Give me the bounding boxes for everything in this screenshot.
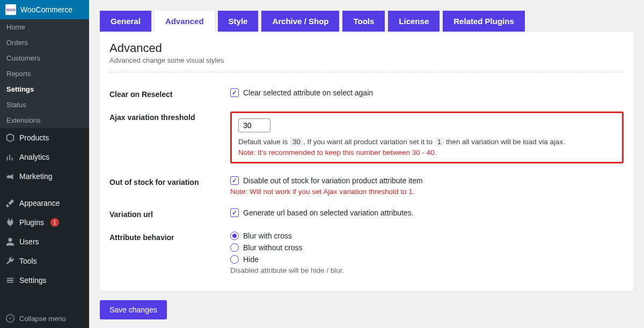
radio-blur-cross[interactable] (230, 232, 239, 240)
row-attribute-behavior: Attribute behavior Blur with cross Blur … (100, 225, 633, 281)
woocommerce-submenu: Home Orders Customers Reports Settings S… (0, 19, 89, 128)
save-button[interactable]: Save changes (100, 300, 167, 319)
collapse-menu[interactable]: Collapse menu (0, 309, 89, 328)
chart-icon (5, 152, 15, 162)
tab-style[interactable]: Style (218, 11, 259, 32)
highlight-box: Default value is 30, If you want all pro… (230, 111, 624, 163)
radio-blur-no-cross[interactable] (230, 243, 239, 252)
collapse-icon (5, 314, 15, 323)
row-out-of-stock: Out of stock for variation Disable out o… (100, 170, 633, 202)
divider (109, 72, 624, 72)
settings-tabs: General Advanced Style Archive / Shop To… (100, 11, 633, 32)
label-attribute-behavior: Attribute behavior (109, 232, 230, 274)
text-out-of-stock: Disable out of stock for variation produ… (243, 176, 423, 185)
note-out-of-stock: Note: Will not work if you set Ajax vari… (230, 188, 624, 196)
box-icon (5, 133, 15, 143)
admin-sidebar: woo WooCommerce Home Orders Customers Re… (0, 0, 89, 328)
woocommerce-icon: woo (5, 4, 16, 15)
submenu-settings[interactable]: Settings (0, 81, 89, 97)
note-ajax-threshold: Note: It's recommended to keep this numb… (238, 148, 616, 156)
tab-general[interactable]: General (100, 11, 151, 32)
nav-appearance[interactable]: Appearance (0, 193, 89, 213)
checkbox-clear-reselect[interactable] (230, 88, 239, 97)
nav-plugins[interactable]: Plugins1 (0, 213, 89, 232)
submenu-status[interactable]: Status (0, 97, 89, 113)
advanced-panel: Advanced Advanced change some visual sty… (100, 32, 633, 290)
nav-users[interactable]: Users (0, 232, 89, 251)
nav-marketing[interactable]: Marketing (0, 167, 89, 186)
megaphone-icon (5, 172, 15, 181)
radio-group-behavior: Blur with cross Blur without cross Hide (230, 232, 624, 264)
label-variation-url: Variation url (109, 208, 230, 219)
label-out-of-stock: Out of stock for variation (109, 176, 230, 196)
submenu-orders[interactable]: Orders (0, 35, 89, 50)
tab-advanced[interactable]: Advanced (155, 11, 215, 32)
submenu-home[interactable]: Home (0, 19, 89, 35)
nav-products[interactable]: Products (0, 128, 89, 147)
tab-archive-shop[interactable]: Archive / Shop (261, 11, 339, 32)
help-attribute-behavior: Disabled attribute will be hide / blur. (230, 266, 624, 274)
woocommerce-header[interactable]: woo WooCommerce (0, 0, 89, 19)
row-clear-reselect: Clear on Reselect Clear selected attribu… (100, 82, 633, 105)
text-clear-reselect: Clear selected attribute on select again (243, 88, 373, 97)
text-variation-url: Generate url based on selected variation… (243, 208, 414, 217)
submenu-reports[interactable]: Reports (0, 66, 89, 81)
settings-form: Clear on Reselect Clear selected attribu… (100, 82, 633, 281)
user-icon (5, 237, 15, 247)
help-ajax-threshold: Default value is 30, If you want all pro… (238, 138, 616, 146)
woocommerce-title: WooCommerce (20, 5, 72, 14)
plugin-icon (5, 218, 15, 227)
brush-icon (5, 198, 15, 208)
main-content: General Advanced Style Archive / Shop To… (89, 0, 644, 328)
label-ajax-threshold: Ajax variation threshold (109, 111, 230, 163)
plugin-badge: 1 (50, 218, 59, 227)
nav-tools[interactable]: Tools (0, 251, 89, 271)
panel-description: Advanced change some visual styles (100, 55, 633, 64)
nav-settings[interactable]: Settings (0, 271, 89, 290)
sliders-icon (5, 275, 15, 285)
tab-tools[interactable]: Tools (342, 11, 385, 32)
label-clear-reselect: Clear on Reselect (109, 88, 230, 99)
row-ajax-threshold: Ajax variation threshold Default value i… (100, 105, 633, 170)
input-ajax-threshold[interactable] (238, 118, 270, 132)
wrench-icon (5, 256, 15, 266)
nav-analytics[interactable]: Analytics (0, 147, 89, 167)
checkbox-variation-url[interactable] (230, 208, 239, 217)
row-variation-url: Variation url Generate url based on sele… (100, 202, 633, 225)
tab-license[interactable]: License (388, 11, 440, 32)
submenu-extensions[interactable]: Extensions (0, 113, 89, 128)
radio-hide[interactable] (230, 255, 239, 264)
panel-title: Advanced (100, 41, 633, 55)
tab-related-plugins[interactable]: Related Plugins (443, 11, 525, 32)
checkbox-out-of-stock[interactable] (230, 176, 239, 185)
submenu-customers[interactable]: Customers (0, 50, 89, 66)
